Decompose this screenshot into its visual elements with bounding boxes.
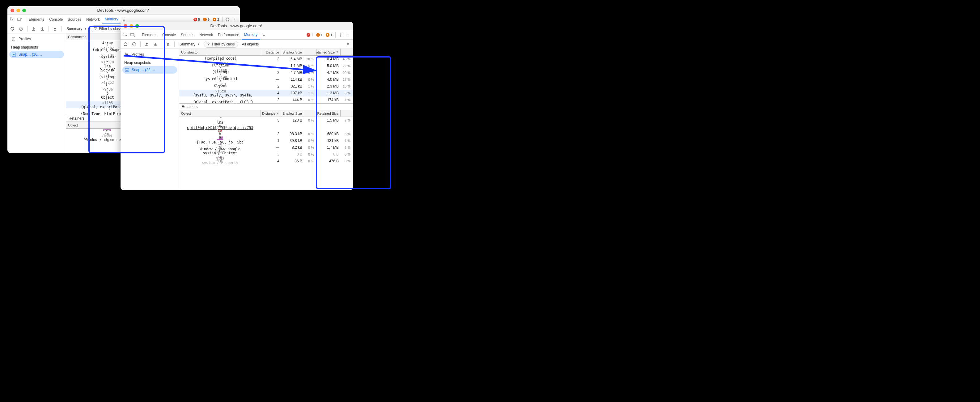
sidebar-section-label: Heap snapshots: [7, 43, 66, 50]
tab-console[interactable]: Console: [160, 30, 178, 40]
svg-point-23: [126, 70, 128, 71]
svg-point-11: [13, 54, 14, 55]
minimize-icon[interactable]: [129, 24, 133, 28]
window-title: DevTools - www.google.com/: [26, 8, 220, 13]
col-shallow[interactable]: Shallow Size: [281, 49, 304, 55]
filter-icon: [207, 42, 210, 46]
panel-tabbar: Elements Console Sources Network Perform…: [121, 30, 353, 40]
maximize-icon[interactable]: [135, 24, 139, 28]
svg-point-9: [12, 40, 13, 41]
tab-sources[interactable]: Sources: [178, 30, 197, 40]
titlebar: DevTools - www.google.com/: [121, 22, 353, 30]
upload-icon[interactable]: [30, 25, 37, 32]
tab-network[interactable]: Network: [197, 30, 215, 40]
upload-icon[interactable]: [143, 40, 151, 48]
filter-button[interactable]: Filter by class: [204, 41, 238, 48]
clear-icon[interactable]: [130, 40, 138, 48]
record-icon[interactable]: [122, 40, 129, 48]
col-object[interactable]: Object: [179, 110, 261, 116]
sidebar-section-label: Heap snapshots: [121, 59, 179, 65]
col-retained[interactable]: Retained Size: [317, 110, 340, 116]
minimize-icon[interactable]: [16, 9, 20, 12]
warning-icon: !: [203, 18, 207, 21]
tab-elements[interactable]: Elements: [139, 30, 160, 40]
tab-network[interactable]: Network: [84, 15, 102, 24]
gc-icon[interactable]: [164, 40, 172, 48]
issue-badges[interactable]: ✕1 !1 ■1: [307, 33, 332, 37]
retainers-title: Retainers: [179, 103, 353, 110]
col-retained[interactable]: Retained Size: [317, 49, 340, 55]
warning-count: 9: [208, 18, 210, 21]
svg-point-20: [127, 54, 128, 55]
close-icon[interactable]: [11, 9, 14, 12]
filter-button[interactable]: Filter by class: [91, 26, 125, 32]
svg-point-7: [12, 37, 13, 38]
download-icon[interactable]: [39, 25, 46, 32]
svg-point-4: [11, 27, 14, 30]
snapshot-icon: [125, 68, 129, 72]
sliders-icon: [11, 37, 16, 41]
sidebar-item-snapshot[interactable]: Snap… (22.…: [123, 66, 177, 73]
col-shallow[interactable]: Shallow Size: [281, 110, 304, 116]
titlebar: DevTools - www.google.com/: [7, 6, 240, 15]
constructors-body[interactable]: ▶ (compiled code) ×10717636.4 MB28 %10.4…: [179, 56, 353, 103]
close-icon[interactable]: [124, 24, 127, 28]
svg-point-3: [227, 19, 228, 20]
error-count: 5: [198, 18, 200, 21]
clear-icon[interactable]: [17, 25, 25, 32]
filter-icon: [94, 27, 97, 30]
svg-point-19: [126, 53, 126, 54]
table-row[interactable]: ▶ {global, exportPath_, CLOSUR2444 B0 %1…: [179, 96, 353, 103]
chevron-down-icon[interactable]: ▼: [346, 42, 350, 46]
kebab-icon[interactable]: ⋮: [344, 31, 352, 39]
gear-icon[interactable]: [337, 31, 344, 39]
svg-rect-13: [130, 34, 134, 36]
maximize-icon[interactable]: [22, 9, 26, 12]
record-icon[interactable]: [9, 25, 16, 32]
warning-count: 1: [321, 33, 323, 37]
devtools-window-b: DevTools - www.google.com/ Elements Cons…: [121, 22, 353, 190]
sliders-icon: [124, 52, 129, 57]
download-icon[interactable]: [152, 40, 159, 48]
tab-performance[interactable]: Performance: [215, 30, 242, 40]
device-icon[interactable]: [129, 31, 137, 39]
memory-toolbar: Summary▼ Filter by class All objects ▼: [121, 40, 353, 49]
traffic-lights: [124, 24, 139, 28]
tab-memory[interactable]: Memory: [242, 30, 260, 40]
svg-rect-14: [134, 34, 135, 37]
col-constructor[interactable]: Constructor: [179, 49, 262, 55]
scope-select[interactable]: All objects: [240, 41, 261, 47]
inspect-icon[interactable]: [122, 31, 129, 39]
window-title: DevTools - www.google.com/: [139, 24, 333, 28]
constructors-header: Constructor Distance Shallow Size Retain…: [179, 49, 353, 56]
svg-line-18: [133, 43, 135, 45]
issue-count: 1: [330, 33, 332, 37]
table-row[interactable]: ▶ oa in lKa @177115 ▭3128 B0 %1.5 MB7 %: [179, 117, 353, 124]
profiles-header[interactable]: Profiles: [121, 50, 179, 59]
tab-sources[interactable]: Sources: [65, 15, 84, 24]
tab-elements[interactable]: Elements: [26, 15, 47, 24]
inspect-icon[interactable]: [9, 16, 16, 23]
retainers-body[interactable]: ▶ oa in lKa @177115 ▭3128 B0 %1.5 MB7 %c…: [179, 117, 353, 164]
profiles-header[interactable]: Profiles: [7, 35, 66, 43]
issue-count: 2: [217, 18, 219, 21]
tab-console[interactable]: Console: [47, 15, 65, 24]
svg-point-16: [124, 43, 127, 46]
issue-badges[interactable]: ✕5 !9 ■2: [194, 18, 219, 21]
table-row[interactable]: ▶ _ in system / Context @607436 B0 %476 …: [179, 158, 353, 164]
sidebar: Profiles Heap snapshots Snap… (22.…: [121, 49, 179, 190]
sidebar-item-snapshot[interactable]: Snap… (16.…: [9, 51, 64, 58]
error-icon: ✕: [194, 18, 197, 21]
view-select[interactable]: Summary▼: [64, 26, 89, 32]
device-icon[interactable]: [16, 16, 24, 23]
svg-point-15: [340, 34, 341, 35]
gc-icon[interactable]: [51, 25, 59, 32]
tab-memory[interactable]: Memory: [102, 15, 121, 24]
col-distance[interactable]: Distance: [262, 49, 281, 55]
col-distance[interactable]: Distance: [261, 110, 281, 116]
retainers-header: Object Distance Shallow Size Retained Si…: [179, 110, 353, 117]
more-tabs-icon[interactable]: »: [260, 31, 267, 39]
traffic-lights: [11, 9, 26, 12]
sidebar: Profiles Heap snapshots Snap… (16.…: [7, 34, 66, 153]
view-select[interactable]: Summary▼: [177, 41, 202, 47]
